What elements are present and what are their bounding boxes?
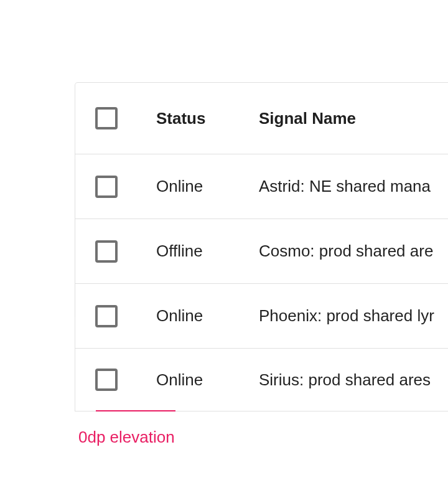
signal-name-cell: Phoenix: prod shared lyr [259, 306, 448, 326]
table-row: Online Phoenix: prod shared lyr [75, 284, 448, 349]
status-cell: Offline [156, 242, 259, 261]
signal-name-cell: Cosmo: prod shared are [259, 242, 448, 261]
signal-name-cell: Astrid: NE shared mana [259, 177, 448, 196]
row-checkbox[interactable] [95, 240, 118, 263]
elevation-label: 0dp elevation [78, 428, 448, 447]
table-row: Online Sirius: prod shared ares [75, 349, 448, 411]
status-cell: Online [156, 370, 259, 390]
row-checkbox[interactable] [95, 305, 118, 327]
column-header-signal-name[interactable]: Signal Name [259, 109, 448, 128]
row-checkbox-cell [95, 305, 156, 327]
indicator-line [96, 410, 175, 411]
table-row: Offline Cosmo: prod shared are [75, 219, 448, 284]
data-table: Status Signal Name Online Astrid: NE sha… [75, 82, 448, 411]
status-cell: Online [156, 306, 259, 326]
row-checkbox[interactable] [95, 369, 118, 391]
row-checkbox[interactable] [95, 176, 118, 198]
row-checkbox-cell [95, 176, 156, 198]
table-header-row: Status Signal Name [75, 83, 448, 154]
table-row: Online Astrid: NE shared mana [75, 154, 448, 219]
status-cell: Online [156, 177, 259, 196]
row-checkbox-cell [95, 369, 156, 391]
signal-name-cell: Sirius: prod shared ares [259, 370, 448, 390]
header-checkbox-cell [95, 107, 156, 129]
row-checkbox-cell [95, 240, 156, 263]
column-header-status[interactable]: Status [156, 109, 259, 128]
select-all-checkbox[interactable] [95, 107, 118, 129]
